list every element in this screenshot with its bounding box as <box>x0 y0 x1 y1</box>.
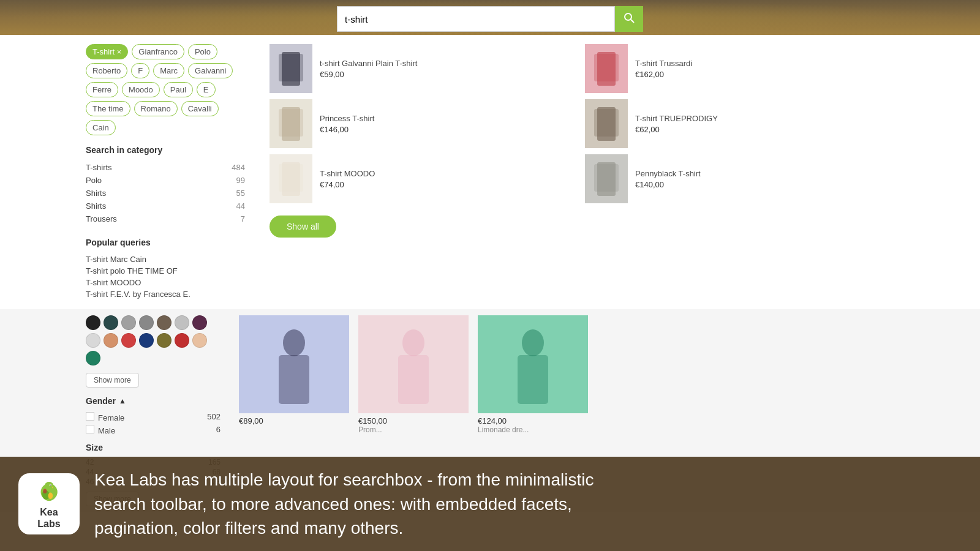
lower-product-card[interactable]: €89,00 <box>239 315 349 425</box>
gender-section: Gender ▲ Female502Male6 <box>86 396 221 437</box>
color-swatch[interactable] <box>104 333 118 348</box>
search-icon <box>624 12 635 26</box>
svg-point-29 <box>43 489 47 494</box>
product-name: T-shirt MOODO <box>320 169 375 178</box>
color-swatch[interactable] <box>121 315 136 330</box>
color-swatch[interactable] <box>175 333 189 348</box>
svg-point-18 <box>522 329 544 356</box>
right-panel: t-shirt Galvanni Plain T-shirt €59,00 T-… <box>257 44 894 300</box>
product-name: t-shirt Galvanni Plain T-shirt <box>320 59 417 68</box>
tag-item[interactable]: Paul <box>164 82 193 97</box>
tag-item[interactable]: Cavalli <box>181 101 219 116</box>
tag-item[interactable]: Romano <box>134 101 178 116</box>
tag-item[interactable]: T-shirt × <box>86 44 128 59</box>
category-count: 55 <box>236 189 245 198</box>
svg-rect-19 <box>518 355 548 404</box>
color-swatch[interactable] <box>157 315 172 330</box>
category-name: T-shirts <box>86 163 112 172</box>
color-swatch[interactable] <box>175 315 189 330</box>
product-item[interactable]: T-shirt MOODO €74,00 <box>270 154 579 203</box>
tag-item[interactable]: Moodo <box>122 82 160 97</box>
product-info: T-shirt Trussardi €162,00 <box>635 59 692 79</box>
lower-product-card[interactable]: €150,00 Prom... <box>358 315 469 434</box>
tag-item[interactable]: Polo <box>188 44 217 59</box>
tag-item[interactable]: F <box>131 63 149 78</box>
product-name: T-shirt Trussardi <box>635 59 692 68</box>
product-thumbnail <box>270 44 312 93</box>
tag-item[interactable]: Marc <box>153 63 184 78</box>
product-name: T-shirt TRUEPRODIGY <box>635 114 718 123</box>
svg-point-16 <box>402 329 424 356</box>
show-more-colors-button[interactable]: Show more <box>86 373 139 388</box>
tag-item[interactable]: E <box>197 82 216 97</box>
color-swatch[interactable] <box>121 333 136 348</box>
category-count: 484 <box>232 163 245 172</box>
lower-product-card[interactable]: €124,00 Limonade dre... <box>478 315 588 434</box>
popular-query-item[interactable]: T-shirt MOODO <box>86 277 245 288</box>
lower-product-name: Limonade dre... <box>478 425 588 434</box>
gender-checkbox[interactable] <box>86 425 94 433</box>
svg-rect-13 <box>594 164 619 192</box>
product-thumbnail <box>270 154 312 203</box>
product-item[interactable]: T-shirt TRUEPRODIGY €62,00 <box>585 99 894 148</box>
tag-item[interactable]: Roberto <box>86 63 127 78</box>
color-swatch[interactable] <box>139 333 154 348</box>
product-thumbnail <box>585 99 628 148</box>
color-swatch[interactable] <box>86 351 100 365</box>
category-item[interactable]: Shirts44 <box>86 200 245 212</box>
left-panel: T-shirt ×GianfrancoPoloRobertoFMarcGalva… <box>86 44 257 300</box>
category-count: 44 <box>236 201 245 211</box>
kea-logo-text: KeaLabs <box>37 506 60 530</box>
color-swatch[interactable] <box>139 315 154 330</box>
search-bar <box>337 6 643 32</box>
category-item[interactable]: T-shirts484 <box>86 161 245 174</box>
category-item[interactable]: Trousers7 <box>86 212 245 225</box>
product-price: €59,00 <box>320 70 417 79</box>
gender-item[interactable]: Male6 <box>86 424 221 437</box>
color-swatch[interactable] <box>104 315 118 330</box>
gender-item[interactable]: Female502 <box>86 411 221 424</box>
product-item[interactable]: T-shirt Trussardi €162,00 <box>585 44 894 93</box>
tag-item[interactable]: Cain <box>86 120 116 135</box>
color-swatch[interactable] <box>192 315 207 330</box>
tag-item[interactable]: The time <box>86 101 130 116</box>
popular-query-item[interactable]: T-shirt Marc Cain <box>86 253 245 265</box>
category-item[interactable]: Polo99 <box>86 174 245 187</box>
popular-query-item[interactable]: T-shirt polo THE TIME OF <box>86 265 245 277</box>
tag-item[interactable]: Ferre <box>86 82 118 97</box>
color-swatch[interactable] <box>86 333 100 348</box>
color-grid <box>86 315 221 365</box>
bottom-text-line1: Kea Labs has multiple layout for searchb… <box>94 470 594 489</box>
category-item[interactable]: Shirts55 <box>86 187 245 200</box>
svg-rect-15 <box>279 355 309 404</box>
product-item[interactable]: Pennyblack T-shirt €140,00 <box>585 154 894 203</box>
tag-item[interactable]: Gianfranco <box>132 44 184 59</box>
popular-query-item[interactable]: T-shirt F.E.V. by Francesca E. <box>86 288 245 300</box>
color-swatch[interactable] <box>86 315 100 330</box>
bottom-bar: KeaLabs Kea Labs has multiple layout for… <box>0 457 980 551</box>
svg-point-26 <box>50 485 51 486</box>
product-item[interactable]: t-shirt Galvanni Plain T-shirt €59,00 <box>270 44 579 93</box>
svg-point-14 <box>283 329 305 356</box>
tag-item[interactable]: Galvanni <box>188 63 233 78</box>
search-button[interactable] <box>615 6 643 32</box>
search-input[interactable] <box>337 6 615 32</box>
product-info: t-shirt Galvanni Plain T-shirt €59,00 <box>320 59 417 79</box>
gender-label: Male <box>86 425 115 435</box>
bottom-description: Kea Labs has multiple layout for searchb… <box>94 468 594 540</box>
kea-logo: KeaLabs <box>18 473 80 534</box>
product-item[interactable]: Princess T-shirt €146,00 <box>270 99 579 148</box>
show-all-button[interactable]: Show all <box>270 216 336 238</box>
svg-rect-9 <box>594 109 619 137</box>
color-swatch[interactable] <box>157 333 172 348</box>
lower-product-price: €150,00 <box>358 416 469 425</box>
product-price: €162,00 <box>635 70 692 79</box>
product-thumbnail <box>270 99 312 148</box>
color-swatch[interactable] <box>192 333 207 348</box>
svg-rect-11 <box>279 164 303 192</box>
gender-checkbox[interactable] <box>86 412 94 421</box>
svg-rect-7 <box>279 109 303 137</box>
gender-list: Female502Male6 <box>86 411 221 437</box>
kea-parrot-icon <box>32 478 66 504</box>
product-price: €62,00 <box>635 125 718 134</box>
